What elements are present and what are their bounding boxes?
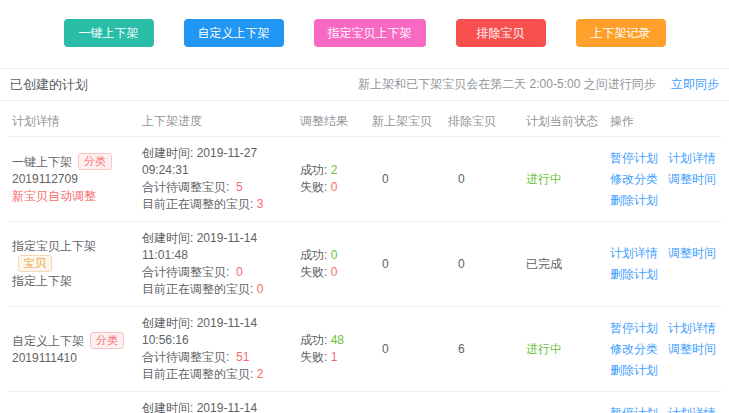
plan-detail-link[interactable]: 计划详情 — [668, 150, 716, 167]
pause-plan-link[interactable]: 暂停计划 — [610, 150, 658, 167]
excluded-cell: 0 — [444, 254, 522, 275]
plan-detail-link[interactable]: 计划详情 — [668, 320, 716, 337]
plan-name: 一键上下架 — [12, 155, 72, 169]
success-value: 2 — [331, 163, 338, 177]
new-listed-cell: 0 — [368, 254, 444, 275]
success-label: 成功: — [300, 248, 327, 262]
progress-cell: 创建时间: 2019-11-27 09:24:31 合计待调整宝贝: 5 目前正… — [138, 143, 296, 215]
col-header-progress: 上下架进度 — [138, 113, 296, 130]
col-header-new-listed: 新上架宝贝 — [368, 113, 444, 130]
excluded-cell: 6 — [444, 339, 522, 360]
plan-id: 指定上下架 — [12, 273, 134, 290]
pause-plan-link[interactable]: 暂停计划 — [610, 405, 658, 413]
table-row: 自定义上下架分类 2019111410 创建时间: 2019-11-14 10:… — [8, 307, 721, 392]
col-header-plan-detail: 计划详情 — [8, 113, 138, 130]
pending-value: 5 — [236, 180, 243, 194]
status-badge: 已完成 — [522, 254, 606, 275]
status-badge: 进行中 — [522, 169, 606, 190]
pending-label: 合计待调整宝贝: — [142, 265, 229, 279]
plan-detail-link[interactable]: 计划详情 — [610, 245, 658, 262]
status-badge: 进行中 — [522, 339, 606, 360]
plan-id: 2019112709 — [12, 171, 134, 188]
success-label: 成功: — [300, 163, 327, 177]
success-label: 成功: — [300, 333, 327, 347]
new-listed-cell: 0 — [368, 169, 444, 190]
adjusting-label: 目前正在调整的宝贝: — [142, 197, 253, 211]
plan-detail-cell: 自定义上下架分类 2019111410 — [8, 330, 138, 369]
result-cell: 成功: 48 失败: 1 — [296, 330, 368, 368]
plan-tag: 分类 — [78, 153, 112, 170]
adjusting-value: 2 — [257, 367, 264, 381]
created-label: 创建时间: — [142, 316, 193, 330]
excluded-cell: 0 — [444, 169, 522, 190]
panel-header: 已创建的计划 新上架和已下架宝贝会在第二天 2:00-5:00 之间进行同步 立… — [0, 68, 729, 101]
created-label: 创建时间: — [142, 231, 193, 245]
actions-cell: 暂停计划 计划详情 修改分类 调整时间 删除计划 — [606, 148, 721, 211]
plan-name: 指定宝贝上下架 — [12, 239, 96, 253]
sync-now-link[interactable]: 立即同步 — [671, 77, 719, 91]
adjusting-label: 目前正在调整的宝贝: — [142, 367, 253, 381]
col-header-status: 计划当前状态 — [522, 113, 606, 130]
created-label: 创建时间: — [142, 401, 193, 413]
actions-cell: 暂停计划 计划详情 修改分类 调整时间 删除计划 — [606, 318, 721, 381]
pending-value: 0 — [236, 265, 243, 279]
pending-value: 51 — [236, 350, 249, 364]
adjust-time-link[interactable]: 调整时间 — [668, 171, 716, 188]
created-label: 创建时间: — [142, 146, 193, 160]
col-header-result: 调整结果 — [296, 113, 368, 130]
result-cell: 成功: 0 失败: 0 — [296, 245, 368, 283]
plan-detail-cell: 指定宝贝上下架宝贝 指定上下架 — [8, 236, 138, 292]
plan-detail-cell: 一键上下架分类 2019112709 新宝贝自动调整 — [8, 151, 138, 207]
fail-value: 0 — [331, 180, 338, 194]
one-key-updown-button[interactable]: 一键上下架 — [64, 19, 154, 47]
fail-value: 1 — [331, 350, 338, 364]
edit-category-link[interactable]: 修改分类 — [610, 341, 658, 358]
exclude-item-button[interactable]: 排除宝贝 — [456, 19, 546, 47]
progress-cell: 创建时间: 2019-11-14 10:51:01 合计待调整宝贝: 2 目前正… — [138, 398, 296, 413]
custom-updown-button[interactable]: 自定义上下架 — [184, 19, 284, 47]
plan-extra-note: 新宝贝自动调整 — [12, 188, 134, 205]
table-row: 一键上下架分类 2019111410 创建时间: 2019-11-14 10:5… — [8, 392, 721, 413]
result-cell: 成功: 2 失败: 0 — [296, 160, 368, 198]
adjusting-label: 目前正在调整的宝贝: — [142, 282, 253, 296]
col-header-actions: 操作 — [606, 113, 721, 130]
sync-note: 新上架和已下架宝贝会在第二天 2:00-5:00 之间进行同步 立即同步 — [358, 76, 719, 93]
table-header-row: 计划详情 上下架进度 调整结果 新上架宝贝 排除宝贝 计划当前状态 操作 — [8, 107, 721, 137]
pause-plan-link[interactable]: 暂停计划 — [610, 320, 658, 337]
updown-record-button[interactable]: 上下架记录 — [576, 19, 666, 47]
pending-label: 合计待调整宝贝: — [142, 180, 229, 194]
adjusting-value: 0 — [257, 282, 264, 296]
plan-name: 自定义上下架 — [12, 334, 84, 348]
plan-detail-link[interactable]: 计划详情 — [668, 405, 716, 413]
table-row: 指定宝贝上下架宝贝 指定上下架 创建时间: 2019-11-14 11:01:4… — [8, 222, 721, 307]
delete-plan-link[interactable]: 删除计划 — [610, 266, 658, 283]
delete-plan-link[interactable]: 删除计划 — [610, 192, 658, 209]
fail-label: 失败: — [300, 180, 327, 194]
toolbar: 一键上下架 自定义上下架 指定宝贝上下架 排除宝贝 上下架记录 — [0, 0, 729, 47]
delete-plan-link[interactable]: 删除计划 — [610, 362, 658, 379]
success-value: 48 — [331, 333, 344, 347]
plans-table: 计划详情 上下架进度 调整结果 新上架宝贝 排除宝贝 计划当前状态 操作 一键上… — [8, 107, 721, 413]
pending-label: 合计待调整宝贝: — [142, 350, 229, 364]
fail-label: 失败: — [300, 265, 327, 279]
panel-title: 已创建的计划 — [10, 76, 88, 94]
edit-category-link[interactable]: 修改分类 — [610, 171, 658, 188]
actions-cell: 计划详情 调整时间 删除计划 — [606, 243, 721, 285]
plan-id: 2019111410 — [12, 350, 134, 367]
actions-cell: 暂停计划 计划详情 修改分类 调整时间 删除计划 — [606, 403, 721, 413]
adjust-time-link[interactable]: 调整时间 — [668, 245, 716, 262]
new-listed-cell: 0 — [368, 339, 444, 360]
progress-cell: 创建时间: 2019-11-14 10:56:16 合计待调整宝贝: 51 目前… — [138, 313, 296, 385]
table-row: 一键上下架分类 2019112709 新宝贝自动调整 创建时间: 2019-11… — [8, 137, 721, 222]
adjust-time-link[interactable]: 调整时间 — [668, 341, 716, 358]
progress-cell: 创建时间: 2019-11-14 11:01:48 合计待调整宝贝: 0 目前正… — [138, 228, 296, 300]
fail-value: 0 — [331, 265, 338, 279]
plan-tag: 分类 — [90, 332, 124, 349]
col-header-excluded: 排除宝贝 — [444, 113, 522, 130]
specified-item-updown-button[interactable]: 指定宝贝上下架 — [314, 19, 426, 47]
sync-note-text: 新上架和已下架宝贝会在第二天 2:00-5:00 之间进行同步 — [358, 77, 655, 91]
plan-tag: 宝贝 — [18, 255, 52, 272]
fail-label: 失败: — [300, 350, 327, 364]
success-value: 0 — [331, 248, 338, 262]
adjusting-value: 3 — [257, 197, 264, 211]
